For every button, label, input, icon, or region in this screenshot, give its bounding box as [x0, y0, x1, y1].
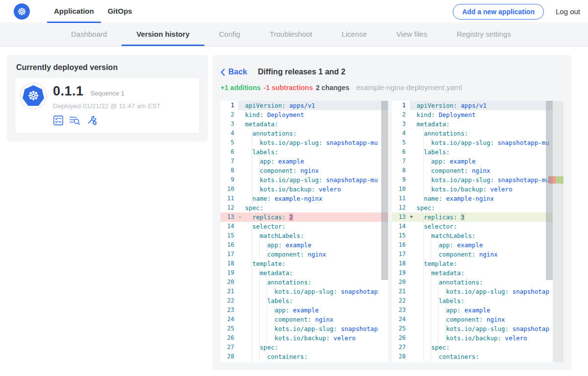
code-text: kots.io/app-slug: snapshotap	[245, 287, 388, 296]
diff-line: 9kots.io/app-slug: snapshotapp-mu	[220, 175, 388, 185]
line-number: 28	[392, 352, 410, 361]
back-chevron-icon	[220, 69, 225, 76]
scrollbar-thumb[interactable]	[546, 101, 553, 280]
line-number: 10	[392, 185, 410, 194]
subnav-tab-dashboard[interactable]: Dashboard	[56, 24, 122, 46]
diff-marker	[238, 296, 245, 306]
subnav-tab-version-history[interactable]: Version history	[122, 24, 204, 46]
line-number: 14	[392, 222, 410, 231]
code-text: spec:	[416, 343, 564, 352]
line-number: 8	[392, 166, 410, 175]
diff-line: 1apiVersion: apps/v1	[392, 101, 564, 110]
diff-marker	[410, 306, 416, 315]
code-text: metadata:	[416, 268, 564, 278]
diff-marker	[410, 101, 416, 110]
code-text: kind: Deployment	[245, 110, 388, 119]
line-number: 9	[392, 175, 410, 185]
line-number: 24	[220, 315, 238, 324]
line-number: 11	[392, 194, 410, 203]
diff-line: 6labels:	[392, 147, 564, 157]
code-text: kots.io/app-slug: snapshotapp-mu	[416, 138, 564, 147]
code-text: apiVersion: apps/v1	[416, 101, 564, 110]
line-number: 18	[392, 259, 410, 268]
line-number: 17	[392, 250, 410, 259]
diff-line: 12spec:	[392, 203, 564, 212]
diff-marker	[238, 222, 245, 231]
subnav-tab-view-files[interactable]: View files	[382, 24, 442, 46]
diff-line: 10kots.io/backup: velero	[220, 185, 388, 194]
tab-gitops[interactable]: GitOps	[101, 0, 139, 23]
deployed-version-card: Currently deployed version ☸ 0.1.1 Seque…	[7, 55, 208, 141]
line-number: 25	[220, 324, 238, 333]
add-application-button[interactable]: Add a new application	[453, 4, 544, 20]
line-number: 17	[220, 250, 238, 259]
code-text: annotations:	[416, 129, 564, 138]
diff-marker	[410, 287, 416, 296]
code-text: component: nginx	[245, 315, 388, 324]
diff-card: Back Diffing releases 1 and 2 +1 additio…	[213, 55, 571, 370]
subnav-tab-config[interactable]: Config	[204, 24, 255, 46]
diff-line: 18template:	[392, 259, 564, 268]
subnav-tab-troubleshoot[interactable]: Troubleshoot	[255, 24, 327, 46]
diff-marker	[238, 315, 245, 324]
line-number: 25	[392, 324, 410, 333]
scrollbar-thumb[interactable]	[381, 101, 388, 280]
line-number: 9	[220, 175, 238, 185]
diff-marker	[238, 250, 245, 259]
code-text: kind: Deployment	[416, 110, 564, 119]
line-number: 27	[220, 343, 238, 352]
diff-line: 21kots.io/app-slug: snapshotap	[392, 287, 564, 296]
preflight-checks-icon[interactable]	[53, 115, 64, 126]
code-text: labels:	[416, 296, 564, 306]
deploy-logs-icon[interactable]	[69, 115, 81, 126]
back-link[interactable]: Back	[220, 68, 247, 76]
line-number: 19	[220, 268, 238, 278]
diff-line: 28containers:	[220, 352, 388, 361]
diff-marker	[238, 231, 245, 240]
diff-line: 13+replicas: 3	[392, 212, 564, 222]
diff-marker	[410, 194, 416, 203]
diff-line: 24component: nginx	[392, 315, 564, 324]
code-text: kots.io/app-slug: snapshotapp-mu	[245, 138, 388, 147]
diff-pane-release-1[interactable]: 1apiVersion: apps/v12kind: Deployment3me…	[220, 101, 388, 362]
diff-marker	[238, 287, 245, 296]
line-number: 5	[392, 138, 410, 147]
code-text: kots.io/app-slug: snapshotapp-mu	[245, 175, 388, 185]
diff-line: 4annotations:	[220, 129, 388, 138]
subnav-tab-registry-settings[interactable]: Registry settings	[442, 24, 526, 46]
code-text: metadata:	[245, 119, 388, 129]
line-number: 4	[220, 129, 238, 138]
line-number: 6	[220, 147, 238, 157]
diff-line: 3metadata:	[392, 119, 564, 129]
subnav-tab-license[interactable]: License	[327, 24, 382, 46]
diff-title: Diffing releases 1 and 2	[258, 68, 345, 76]
diff-line: 22labels:	[220, 296, 388, 306]
line-number: 11	[220, 194, 238, 203]
diff-marker	[410, 315, 416, 324]
diff-marker	[410, 231, 416, 240]
diff-marker	[410, 119, 416, 129]
code-text: annotations:	[416, 278, 564, 287]
diff-marker	[238, 101, 245, 110]
code-text: matchLabels:	[416, 231, 564, 240]
diff-line: 26kots.io/backup: velero	[392, 333, 564, 343]
logout-link[interactable]: Log out	[556, 7, 580, 16]
config-icon[interactable]	[86, 115, 98, 126]
code-text: annotations:	[245, 278, 388, 287]
line-number: 21	[392, 287, 410, 296]
line-number: 19	[392, 268, 410, 278]
app-subnav: DashboardVersion historyConfigTroublesho…	[0, 24, 588, 47]
tab-application[interactable]: Application	[47, 0, 101, 23]
diff-marker	[410, 352, 416, 361]
line-number: 14	[220, 222, 238, 231]
overview-ruler	[553, 101, 564, 362]
code-text: template:	[245, 259, 388, 268]
line-number: 13	[220, 212, 238, 222]
line-number: 20	[392, 278, 410, 287]
code-text: metadata:	[416, 119, 564, 129]
line-number: 3	[392, 119, 410, 129]
diff-line: 19metadata:	[220, 268, 388, 278]
diff-line: 11name: example-nginx	[392, 194, 564, 203]
diff-pane-release-2[interactable]: 1apiVersion: apps/v12kind: Deployment3me…	[392, 101, 564, 362]
diff-filename: example-nginx-deployment.yaml	[356, 83, 462, 92]
